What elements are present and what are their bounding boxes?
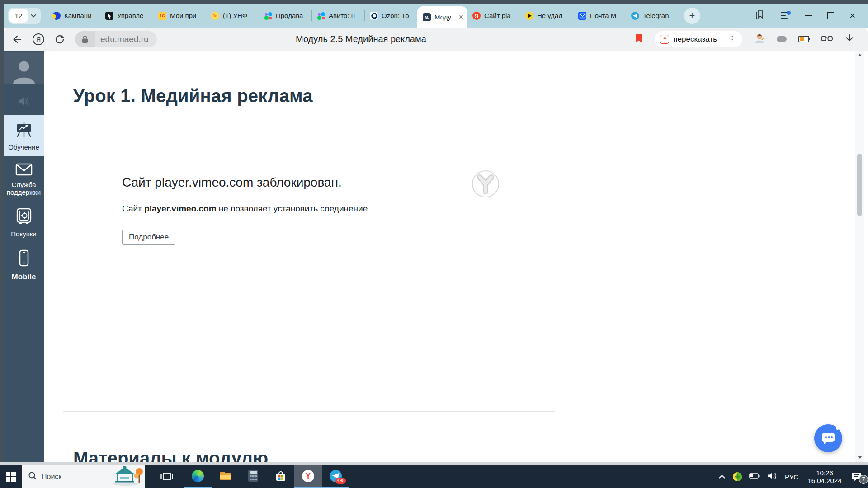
browser-menu-icon[interactable] <box>781 12 790 19</box>
yandex-blocked-frame-logo <box>471 169 500 200</box>
page-scrollbar[interactable] <box>855 51 864 462</box>
profile-extension-icon[interactable] <box>754 33 765 46</box>
divider <box>723 34 723 44</box>
tab-modul-active[interactable]: M. Моду × <box>417 6 467 28</box>
window-controls: × <box>755 10 868 22</box>
tab-counter[interactable]: 12 <box>8 8 41 24</box>
close-tab-icon[interactable]: × <box>457 13 465 22</box>
site-sidebar: Обучение Служба поддержки <box>4 51 44 462</box>
chat-widget-button[interactable] <box>814 424 842 452</box>
taskbar-search-box[interactable]: Поиск <box>22 465 145 488</box>
notification-count-badge: 7 <box>859 475 868 484</box>
tab-label: Почта М <box>590 12 616 19</box>
extension-oval-icon[interactable] <box>777 36 787 42</box>
sidebar-item-support[interactable]: Служба поддержки <box>4 156 44 202</box>
scroll-down-arrow[interactable] <box>855 454 864 461</box>
avatar[interactable] <box>4 52 44 84</box>
tab-ne-udal[interactable]: Не удал <box>520 4 573 28</box>
system-tray: РУС 10:26 16.04.2024 7 <box>718 465 868 488</box>
calculator-icon <box>248 469 259 484</box>
store-bag-icon <box>275 469 287 484</box>
details-button[interactable]: Подробнее <box>122 230 175 245</box>
action-center-button[interactable]: 7 <box>851 471 863 482</box>
search-highlight-image[interactable] <box>111 464 144 488</box>
tab-upravle[interactable]: Управле <box>100 4 153 28</box>
ozon-icon <box>370 12 378 20</box>
sidebar-item-obuchenie[interactable]: Обучение <box>4 115 44 156</box>
tab-label: Продава <box>276 12 303 19</box>
yandex-search-button[interactable]: Я <box>33 33 44 45</box>
tab-ozon[interactable]: Ozon: То <box>364 4 417 28</box>
tab-kampani[interactable]: Кампани <box>47 4 100 28</box>
search-icon <box>28 471 37 482</box>
back-button[interactable] <box>12 34 23 45</box>
telegram-icon <box>631 12 639 20</box>
clock[interactable]: 10:26 16.04.2024 <box>805 469 844 484</box>
volume-icon[interactable] <box>767 472 778 482</box>
taskbar-edge[interactable] <box>184 465 212 488</box>
sidebar-item-label: Служба поддержки <box>4 181 44 197</box>
blocked-text: Сайт <box>122 204 144 213</box>
section-divider <box>63 411 555 412</box>
scrollbar-thumb[interactable] <box>857 154 862 216</box>
tab-pochta[interactable]: Почта М <box>573 4 626 28</box>
sidebar-item-label: Mobile <box>4 272 44 281</box>
tray-chevron-up-icon[interactable] <box>718 473 726 481</box>
maximize-button[interactable] <box>827 12 834 19</box>
language-indicator[interactable]: РУС <box>785 473 798 481</box>
bookmark-icon[interactable] <box>635 33 643 46</box>
tab-telegram[interactable]: Telegran <box>626 4 679 28</box>
glasses-extension-icon[interactable] <box>821 35 833 43</box>
taskbar-calculator[interactable] <box>239 465 267 488</box>
window-edge <box>864 51 868 462</box>
tab-label: Авито: н <box>329 12 355 19</box>
tab-sait-pla[interactable]: Я Сайт pla <box>467 4 520 28</box>
refresh-icon[interactable] <box>54 34 65 45</box>
taskbar-explorer[interactable] <box>212 465 239 488</box>
lock-icon[interactable] <box>75 31 95 47</box>
downloads-icon[interactable] <box>844 33 854 45</box>
lesson-title: Урок 1. Медийная реклама <box>73 86 313 106</box>
scroll-up-arrow[interactable] <box>855 52 864 59</box>
window-frame-top <box>0 0 868 4</box>
telegram-icon: 495 <box>330 470 342 482</box>
tab-label: Кампани <box>64 12 92 19</box>
minimize-button[interactable] <box>805 15 812 16</box>
battery-extension-icon[interactable] <box>798 36 809 42</box>
start-button[interactable] <box>0 465 22 488</box>
taskbar-store[interactable] <box>267 465 294 488</box>
sidebar-item-label: Обучение <box>4 144 44 151</box>
address-bar[interactable]: edu.maed.ru <box>75 31 157 47</box>
taskbar-yandex-browser[interactable]: Y <box>294 465 322 488</box>
envelope-icon <box>14 162 33 178</box>
tab-moi-pri[interactable]: 1С Мои при <box>153 4 206 28</box>
task-view-button[interactable] <box>153 465 180 488</box>
screen: 12 Кампани Управле 1С Мои при 1с <box>0 0 868 488</box>
taskbar-telegram[interactable]: 495 <box>322 465 349 488</box>
tab-label: Telegran <box>643 12 669 19</box>
window-frame-left <box>0 4 4 462</box>
tab-prodava[interactable]: Продава <box>259 4 311 28</box>
chevron-down-icon[interactable] <box>28 14 39 18</box>
antivirus-icon[interactable] <box>732 472 742 482</box>
new-tab-button[interactable]: + <box>684 8 700 24</box>
speaker-muted-icon[interactable] <box>17 96 31 108</box>
tab-label: Ozon: То <box>382 12 409 19</box>
tabs-container: Кампани Управле 1С Мои при 1с (1) УНФ Пр… <box>47 4 679 28</box>
tab-avito[interactable]: Авито: н <box>311 4 364 28</box>
1c-circle-icon: 1с <box>211 12 219 20</box>
retell-pill[interactable]: ❝ пересказать ⋮ <box>655 31 742 47</box>
bookmarks-panel-icon[interactable] <box>755 10 765 22</box>
close-window-button[interactable]: × <box>849 11 855 21</box>
retell-label: пересказать <box>673 35 717 44</box>
browser-tab-strip: 12 Кампани Управле 1С Мои при 1с <box>4 4 868 28</box>
search-placeholder: Поиск <box>42 473 61 481</box>
blocked-domain: player.vimeo.com <box>144 204 216 213</box>
training-chart-icon <box>14 121 33 141</box>
more-options-icon[interactable]: ⋮ <box>727 34 737 44</box>
sidebar-item-pokupki[interactable]: Покупки <box>4 202 44 243</box>
sidebar-item-mobile[interactable]: Mobile <box>4 243 44 286</box>
battery-icon[interactable] <box>749 473 760 481</box>
tab-unf[interactable]: 1с (1) УНФ <box>206 4 259 28</box>
avito-icon <box>264 12 272 20</box>
